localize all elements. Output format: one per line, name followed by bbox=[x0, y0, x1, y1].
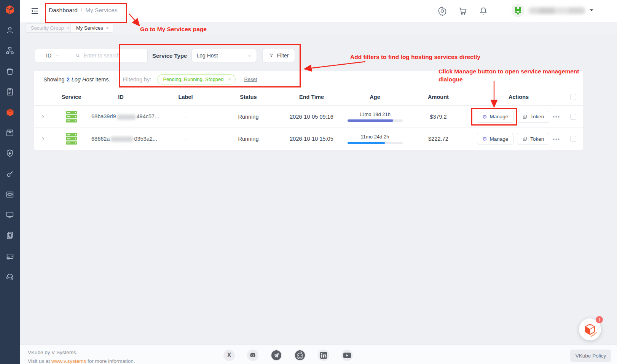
telegram-icon[interactable] bbox=[271, 350, 282, 361]
sidebar-item-keys[interactable] bbox=[0, 164, 20, 184]
tab-my-services[interactable]: My Services × bbox=[70, 23, 113, 33]
search-field-value: ID bbox=[46, 52, 51, 59]
cube-services-icon bbox=[5, 108, 15, 117]
sidebar-item-user[interactable] bbox=[0, 20, 20, 40]
service-label: - bbox=[150, 114, 221, 120]
discord-icon[interactable] bbox=[247, 350, 258, 361]
table-summary-row: Showing 2 Log Host items. Filtering by: … bbox=[34, 71, 583, 88]
menu-fold-icon[interactable] bbox=[30, 6, 40, 16]
row-checkbox[interactable] bbox=[570, 136, 576, 142]
linkedin-icon[interactable] bbox=[318, 350, 329, 361]
caret-down-icon[interactable] bbox=[589, 8, 594, 12]
col-amount: Amount bbox=[403, 94, 474, 100]
key-icon bbox=[5, 169, 14, 178]
service-type-label: Service Type bbox=[152, 52, 187, 59]
reddit-icon[interactable] bbox=[294, 350, 306, 361]
summary-items-word: items. bbox=[96, 76, 110, 83]
search-box bbox=[71, 49, 147, 62]
vkube-logo-icon[interactable] bbox=[0, 0, 20, 20]
page-footer: VKube by V Systems. Visit us at www.v.sy… bbox=[20, 344, 617, 364]
col-end-time: End Time bbox=[276, 94, 347, 100]
id-blurred-segment bbox=[111, 137, 133, 142]
inbox-tray-icon bbox=[5, 190, 14, 199]
manage-button[interactable]: ⚙Manage bbox=[477, 111, 513, 123]
row-checkbox[interactable] bbox=[570, 114, 576, 120]
expand-row-chevron-icon[interactable] bbox=[34, 114, 51, 120]
header-divider bbox=[500, 6, 500, 15]
youtube-icon[interactable] bbox=[341, 350, 353, 361]
open-tabs-bar: Security Group × My Services × bbox=[20, 22, 617, 34]
tab-close-icon[interactable]: × bbox=[67, 25, 70, 31]
gear-icon: ⚙ bbox=[482, 114, 487, 119]
token-button[interactable]: Token bbox=[517, 111, 549, 123]
tag-close-icon[interactable]: × bbox=[228, 77, 231, 82]
shield-bolt-icon bbox=[5, 149, 14, 158]
col-label: Label bbox=[150, 94, 221, 100]
vkube-policy-button[interactable]: VKube Policy bbox=[570, 350, 611, 362]
tab-close-icon[interactable]: × bbox=[106, 25, 109, 31]
sidebar bbox=[0, 0, 20, 364]
sidebar-item-my-services[interactable] bbox=[0, 102, 20, 122]
select-all-checkbox[interactable] bbox=[570, 94, 576, 100]
tab-label: My Services bbox=[76, 25, 103, 31]
sidebar-item-orders[interactable] bbox=[0, 81, 20, 102]
search-input[interactable] bbox=[84, 52, 141, 59]
age-progress-bar bbox=[348, 142, 403, 144]
service-end-time: 2026-10-10 15:05 bbox=[276, 136, 347, 142]
filter-button-label: Filter bbox=[277, 52, 289, 59]
chevron-down-icon bbox=[247, 53, 252, 58]
notification-bell-icon[interactable] bbox=[478, 6, 488, 16]
sidebar-item-security[interactable] bbox=[0, 143, 20, 164]
filtering-by-label: Filtering by: bbox=[123, 76, 151, 83]
service-id: 68662a0353a2... bbox=[91, 136, 150, 142]
search-field-select[interactable]: ID bbox=[35, 49, 71, 62]
service-type-value: Log Host bbox=[196, 52, 218, 59]
expand-row-chevron-icon[interactable] bbox=[34, 136, 51, 142]
row-actions: ⚙Manage Token ••• bbox=[474, 111, 563, 123]
top-header: Dashboard / My Services bbox=[20, 0, 617, 22]
more-actions-button[interactable]: ••• bbox=[553, 136, 560, 142]
manage-button[interactable]: ⚙Manage bbox=[477, 133, 513, 145]
settings-gear-icon[interactable] bbox=[437, 6, 447, 16]
breadcrumb-home[interactable]: Dashboard bbox=[49, 7, 78, 14]
more-actions-button[interactable]: ••• bbox=[553, 114, 560, 119]
service-type-select[interactable]: Log Host bbox=[191, 49, 257, 62]
col-status: Status bbox=[221, 94, 276, 100]
x-twitter-icon[interactable]: X bbox=[223, 350, 235, 361]
tab-security-group[interactable]: Security Group × bbox=[25, 23, 74, 33]
token-button[interactable]: Token bbox=[517, 133, 549, 145]
age-text: 11mo 18d 21h bbox=[359, 111, 391, 117]
chat-notification-badge: 1 bbox=[596, 316, 603, 323]
sidebar-item-market[interactable] bbox=[0, 61, 20, 81]
service-amount: $379.2 bbox=[403, 114, 474, 120]
breadcrumb: Dashboard / My Services bbox=[49, 7, 118, 14]
monitor-icon bbox=[5, 210, 14, 219]
reset-filters-link[interactable]: Reset bbox=[244, 76, 257, 82]
sidebar-item-docs[interactable] bbox=[0, 225, 20, 246]
social-links: X bbox=[223, 350, 353, 361]
shopping-cart-icon[interactable] bbox=[458, 6, 468, 16]
sidebar-item-wallet[interactable] bbox=[0, 246, 20, 266]
id-blurred-segment bbox=[117, 114, 136, 120]
sidebar-item-support[interactable] bbox=[0, 266, 20, 287]
v-systems-link[interactable]: www.v.systems bbox=[51, 358, 86, 364]
sidebar-item-instances[interactable] bbox=[0, 205, 20, 225]
log-host-server-icon bbox=[51, 133, 91, 145]
filter-button[interactable]: Filter bbox=[262, 49, 295, 62]
org-chart-icon bbox=[5, 46, 14, 55]
sidebar-item-packages[interactable] bbox=[0, 122, 20, 143]
table-row: 68ba39d9494c57... - Running 2026-10-05 0… bbox=[34, 106, 583, 128]
log-host-server-icon bbox=[51, 111, 91, 123]
copy-icon bbox=[522, 114, 528, 119]
footer-visit-line: Visit us at www.v.systems for more infor… bbox=[28, 358, 135, 364]
sidebar-item-org[interactable] bbox=[0, 40, 20, 61]
col-service: Service bbox=[51, 94, 91, 100]
filter-toolbar: ID Service Type Log Host Filter bbox=[35, 49, 295, 62]
shopping-bag-icon bbox=[5, 67, 14, 76]
user-avatar[interactable] bbox=[512, 4, 525, 17]
breadcrumb-current: My Services bbox=[85, 7, 117, 14]
sidebar-item-inbox[interactable] bbox=[0, 184, 20, 205]
service-status: Running bbox=[221, 114, 276, 120]
service-age: 11mo 24d 2h bbox=[347, 134, 403, 144]
copy-icon bbox=[522, 136, 528, 141]
